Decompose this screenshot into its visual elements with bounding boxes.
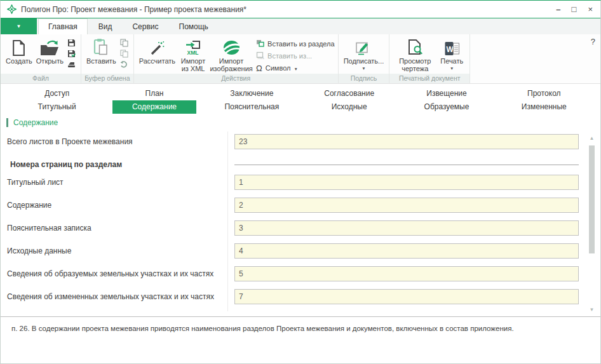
- main-menu-button[interactable]: ▼: [1, 18, 37, 34]
- form-row: Содержание: [7, 198, 600, 213]
- explanatory-note-label: Пояснительная записка: [7, 224, 228, 233]
- ribbon-group-caption: Подпись: [339, 74, 389, 83]
- tab-plan[interactable]: План: [105, 87, 203, 100]
- help-button[interactable]: ?: [591, 37, 595, 46]
- tab-label: Содержание: [112, 100, 196, 114]
- insert-from-section-button[interactable]: Вставить из раздела: [256, 39, 335, 49]
- form-row: Пояснительная записка: [7, 220, 600, 236]
- preview-drawing-icon: [407, 37, 423, 56]
- formed-parcels-input[interactable]: [234, 266, 579, 281]
- tab-poyasnitelnaya[interactable]: Пояснительная: [203, 100, 300, 114]
- save-all-icon[interactable]: [67, 60, 76, 69]
- actions-menu-column: Вставить из раздела XML Вставить из... Ω…: [256, 36, 335, 73]
- form-row: Титульный лист: [7, 175, 600, 190]
- form-row: Сведения об образуемых земельных участка…: [7, 266, 600, 281]
- scroll-up-icon[interactable]: ▲: [588, 135, 595, 141]
- close-icon[interactable]: ×: [588, 5, 593, 13]
- tab-soglasovanie[interactable]: Согласование: [300, 87, 398, 100]
- preview-drawing-button-label: Просмотр чертежа: [395, 57, 435, 73]
- menu-tab-pomoshch[interactable]: Помощь: [170, 18, 218, 34]
- tab-label: Титульный: [29, 100, 85, 114]
- form-scroll-area: Всего листов в Проекте межевания Номера …: [1, 129, 600, 316]
- insert-from-button[interactable]: XML Вставить из...: [256, 51, 335, 61]
- tab-soderzhanie[interactable]: Содержание: [105, 100, 203, 114]
- contents-label: Содержание: [7, 201, 228, 210]
- dropdown-caret-icon: ▼: [294, 67, 297, 71]
- menu-tab-servis[interactable]: Сервис: [123, 18, 168, 34]
- save-buttons-column: [65, 36, 78, 69]
- open-folder-icon: [40, 37, 59, 56]
- create-button[interactable]: Создать: [4, 36, 34, 65]
- undo-icon[interactable]: [119, 60, 129, 69]
- tab-label: Измененные: [513, 100, 576, 114]
- sign-button-label: Подписать...: [344, 57, 384, 65]
- import-image-button[interactable]: Импорт изображения: [209, 36, 253, 74]
- form-group-divider: [234, 165, 579, 165]
- explanatory-note-input[interactable]: [234, 220, 579, 236]
- insert-from-label: Вставить из...: [267, 52, 312, 60]
- ribbon-group-file: Создать Открыть: [1, 34, 81, 83]
- menu-caret-icon: ▼: [17, 24, 22, 29]
- clipboard-buttons-column: [118, 36, 130, 69]
- initial-data-label: Исходные данные: [7, 246, 228, 255]
- dropdown-caret-icon: ▼: [450, 66, 454, 71]
- copy-all-icon[interactable]: [119, 49, 129, 58]
- vertical-scrollbar[interactable]: ▲ ▼: [588, 135, 595, 313]
- window-controls: – □ ×: [556, 5, 593, 13]
- create-button-label: Создать: [6, 57, 32, 65]
- title-page-label: Титульный лист: [7, 178, 228, 187]
- maximize-icon[interactable]: □: [572, 5, 577, 13]
- section-header: Содержание: [6, 116, 600, 129]
- paste-button[interactable]: Вставить: [84, 36, 118, 65]
- tab-dostup[interactable]: Доступ: [8, 87, 105, 100]
- form-row: Всего листов в Проекте межевания: [7, 134, 600, 149]
- paste-clipboard-icon: [93, 37, 109, 56]
- tab-zakluchenie[interactable]: Заключение: [203, 87, 300, 100]
- svg-text:W: W: [446, 45, 454, 54]
- copy-icon[interactable]: [119, 38, 129, 47]
- svg-text:XML: XML: [257, 56, 264, 60]
- symbol-button[interactable]: Ω Символ ▼: [256, 63, 335, 73]
- print-button[interactable]: W Печать ▼: [437, 36, 466, 71]
- contents-input[interactable]: [234, 198, 579, 213]
- tab-protokol[interactable]: Протокол: [496, 87, 593, 100]
- menu-tab-glavnaya[interactable]: Главная: [38, 18, 88, 34]
- tab-izmenennye[interactable]: Измененные: [496, 100, 593, 114]
- scroll-down-icon[interactable]: ▼: [588, 307, 595, 313]
- open-button[interactable]: Открыть: [34, 36, 65, 65]
- total-sheets-input[interactable]: [234, 134, 579, 149]
- import-xml-icon: XML: [185, 37, 201, 56]
- window-title: Полигон Про: Проект межевания - Пример п…: [21, 5, 556, 14]
- save-icon[interactable]: [67, 38, 76, 47]
- open-button-label: Открыть: [36, 57, 64, 65]
- menu-tab-vid[interactable]: Вид: [89, 18, 122, 34]
- import-image-icon: [223, 37, 240, 56]
- title-page-input[interactable]: [234, 175, 579, 190]
- initial-data-input[interactable]: [234, 243, 579, 259]
- preview-drawing-button[interactable]: Просмотр чертежа: [393, 36, 437, 74]
- sign-button[interactable]: Подписать... ▼: [342, 36, 386, 71]
- print-button-label: Печать: [440, 57, 463, 65]
- tab-label: План: [137, 87, 173, 100]
- minimize-icon[interactable]: –: [556, 5, 560, 13]
- form-row: Исходные данные: [7, 243, 600, 259]
- form-group-header: Номера страниц по разделам: [7, 160, 228, 169]
- tab-izveshchenie[interactable]: Извещение: [398, 87, 495, 100]
- tab-titulnyy[interactable]: Титульный: [8, 100, 105, 114]
- tab-label: Согласование: [315, 87, 383, 100]
- tab-obrazuemye[interactable]: Образуемые: [398, 100, 495, 114]
- changed-parcels-input[interactable]: [234, 289, 579, 304]
- ribbon-group-caption: Действия: [134, 74, 338, 83]
- tab-iskhodnye[interactable]: Исходные: [300, 100, 398, 114]
- tab-label: Образуемые: [415, 100, 478, 114]
- form-group-header-row: Номера страниц по разделам: [7, 157, 600, 172]
- symbol-label: Символ: [266, 64, 291, 72]
- menu-tab-label: Вид: [98, 22, 112, 31]
- section-header-label: Содержание: [13, 118, 58, 127]
- scrollbar-thumb[interactable]: [589, 145, 595, 253]
- calculate-button[interactable]: Рассчитать: [137, 36, 177, 65]
- ribbon-group-caption: Печатный документ: [389, 74, 469, 83]
- import-xml-button[interactable]: XML Импорт из XML: [177, 36, 209, 74]
- save-as-icon[interactable]: [67, 49, 76, 58]
- import-xml-button-label: Импорт из XML: [179, 57, 207, 73]
